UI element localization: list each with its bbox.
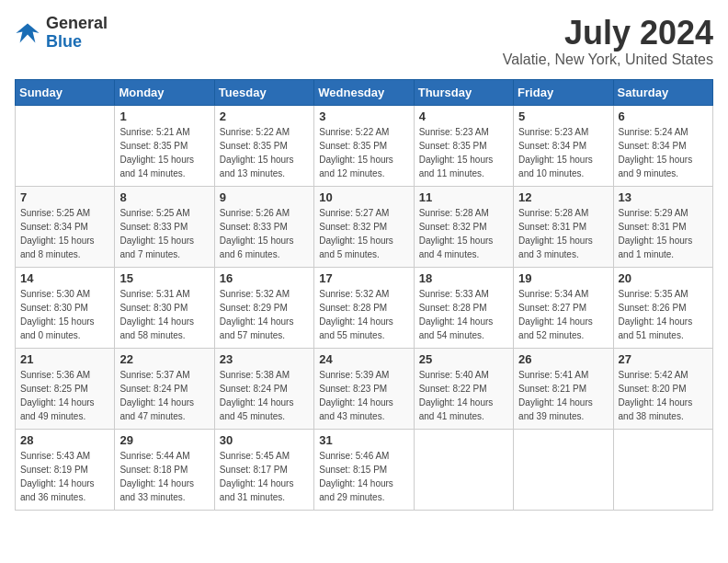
weekday-header-friday: Friday bbox=[514, 79, 613, 105]
day-info: Sunrise: 5:22 AM Sunset: 8:35 PM Dayligh… bbox=[220, 125, 309, 180]
calendar-cell: 8 Sunrise: 5:25 AM Sunset: 8:33 PM Dayli… bbox=[115, 186, 214, 267]
sunrise-text: Sunrise: 5:43 AM bbox=[20, 451, 90, 461]
daylight-text: Daylight: 15 hours and 0 minutes. bbox=[20, 316, 95, 340]
calendar-cell: 16 Sunrise: 5:32 AM Sunset: 8:29 PM Dayl… bbox=[214, 267, 313, 348]
weekday-header-sunday: Sunday bbox=[16, 79, 115, 105]
title-block: July 2024 Valatie, New York, United Stat… bbox=[503, 15, 713, 68]
daylight-text: Daylight: 15 hours and 9 minutes. bbox=[619, 155, 693, 178]
day-number: 28 bbox=[20, 433, 109, 447]
day-info: Sunrise: 5:32 AM Sunset: 8:28 PM Dayligh… bbox=[319, 287, 408, 342]
sunrise-text: Sunrise: 5:22 AM bbox=[319, 127, 389, 137]
day-number: 16 bbox=[220, 271, 309, 285]
day-number: 22 bbox=[119, 352, 209, 366]
day-info: Sunrise: 5:35 AM Sunset: 8:26 PM Dayligh… bbox=[619, 287, 708, 342]
sunrise-text: Sunrise: 5:27 AM bbox=[319, 208, 389, 218]
sunset-text: Sunset: 8:32 PM bbox=[319, 222, 387, 232]
daylight-text: Daylight: 14 hours and 57 minutes. bbox=[220, 316, 294, 340]
calendar-cell: 4 Sunrise: 5:23 AM Sunset: 8:35 PM Dayli… bbox=[414, 105, 513, 186]
day-number: 9 bbox=[220, 190, 309, 204]
sunrise-text: Sunrise: 5:38 AM bbox=[220, 370, 290, 380]
day-info: Sunrise: 5:28 AM Sunset: 8:31 PM Dayligh… bbox=[518, 206, 608, 261]
logo-blue: Blue bbox=[46, 32, 82, 51]
day-info: Sunrise: 5:25 AM Sunset: 8:33 PM Dayligh… bbox=[119, 206, 209, 261]
day-info: Sunrise: 5:22 AM Sunset: 8:35 PM Dayligh… bbox=[319, 125, 408, 180]
sunset-text: Sunset: 8:32 PM bbox=[419, 222, 487, 232]
sunset-text: Sunset: 8:26 PM bbox=[619, 303, 687, 313]
daylight-text: Daylight: 14 hours and 36 minutes. bbox=[20, 478, 95, 502]
calendar-cell bbox=[414, 429, 513, 510]
sunset-text: Sunset: 8:35 PM bbox=[119, 141, 188, 151]
sunrise-text: Sunrise: 5:37 AM bbox=[119, 370, 189, 380]
sunset-text: Sunset: 8:28 PM bbox=[319, 303, 387, 313]
sunset-text: Sunset: 8:27 PM bbox=[518, 303, 586, 313]
logo-text: General Blue bbox=[46, 15, 108, 52]
sunrise-text: Sunrise: 5:33 AM bbox=[419, 289, 489, 299]
weekday-header-row: SundayMondayTuesdayWednesdayThursdayFrid… bbox=[16, 79, 713, 105]
day-number: 12 bbox=[518, 190, 608, 204]
day-info: Sunrise: 5:23 AM Sunset: 8:35 PM Dayligh… bbox=[419, 125, 508, 180]
sunset-text: Sunset: 8:23 PM bbox=[319, 384, 387, 394]
logo: General Blue bbox=[15, 15, 108, 52]
sunset-text: Sunset: 8:15 PM bbox=[319, 465, 387, 475]
calendar-cell: 13 Sunrise: 5:29 AM Sunset: 8:31 PM Dayl… bbox=[613, 186, 712, 267]
sunrise-text: Sunrise: 5:23 AM bbox=[518, 127, 588, 137]
day-info: Sunrise: 5:26 AM Sunset: 8:33 PM Dayligh… bbox=[220, 206, 309, 261]
sunset-text: Sunset: 8:34 PM bbox=[20, 222, 88, 232]
sunrise-text: Sunrise: 5:23 AM bbox=[419, 127, 489, 137]
day-number: 4 bbox=[419, 109, 508, 123]
sunrise-text: Sunrise: 5:24 AM bbox=[619, 127, 688, 137]
logo-general: General bbox=[46, 14, 108, 32]
calendar-cell: 1 Sunrise: 5:21 AM Sunset: 8:35 PM Dayli… bbox=[115, 105, 214, 186]
sunrise-text: Sunrise: 5:28 AM bbox=[518, 208, 588, 218]
day-number: 14 bbox=[20, 271, 109, 285]
sunset-text: Sunset: 8:33 PM bbox=[119, 222, 188, 232]
day-number: 13 bbox=[619, 190, 708, 204]
day-number: 11 bbox=[419, 190, 508, 204]
location-text: Valatie, New York, United States bbox=[503, 52, 713, 68]
calendar-cell: 22 Sunrise: 5:37 AM Sunset: 8:24 PM Dayl… bbox=[115, 348, 214, 429]
weekday-header-tuesday: Tuesday bbox=[214, 79, 313, 105]
sunset-text: Sunset: 8:31 PM bbox=[518, 222, 586, 232]
calendar-cell: 18 Sunrise: 5:33 AM Sunset: 8:28 PM Dayl… bbox=[414, 267, 513, 348]
day-number: 5 bbox=[518, 109, 608, 123]
day-info: Sunrise: 5:25 AM Sunset: 8:34 PM Dayligh… bbox=[20, 206, 109, 261]
daylight-text: Daylight: 14 hours and 39 minutes. bbox=[518, 397, 593, 421]
sunset-text: Sunset: 8:24 PM bbox=[220, 384, 288, 394]
calendar-cell: 5 Sunrise: 5:23 AM Sunset: 8:34 PM Dayli… bbox=[514, 105, 613, 186]
sunrise-text: Sunrise: 5:30 AM bbox=[20, 289, 90, 299]
day-number: 30 bbox=[220, 433, 309, 447]
calendar-cell: 10 Sunrise: 5:27 AM Sunset: 8:32 PM Dayl… bbox=[314, 186, 414, 267]
sunset-text: Sunset: 8:20 PM bbox=[619, 384, 687, 394]
daylight-text: Daylight: 15 hours and 10 minutes. bbox=[518, 155, 593, 178]
daylight-text: Daylight: 14 hours and 52 minutes. bbox=[518, 316, 593, 340]
day-number: 17 bbox=[319, 271, 408, 285]
week-row-4: 21 Sunrise: 5:36 AM Sunset: 8:25 PM Dayl… bbox=[16, 348, 713, 429]
day-number: 7 bbox=[20, 190, 109, 204]
sunrise-text: Sunrise: 5:45 AM bbox=[220, 451, 290, 461]
daylight-text: Daylight: 14 hours and 45 minutes. bbox=[220, 397, 294, 421]
daylight-text: Daylight: 15 hours and 7 minutes. bbox=[119, 236, 194, 259]
calendar-cell: 7 Sunrise: 5:25 AM Sunset: 8:34 PM Dayli… bbox=[16, 186, 115, 267]
day-info: Sunrise: 5:33 AM Sunset: 8:28 PM Dayligh… bbox=[419, 287, 508, 342]
day-info: Sunrise: 5:44 AM Sunset: 8:18 PM Dayligh… bbox=[119, 449, 209, 504]
sunrise-text: Sunrise: 5:25 AM bbox=[20, 208, 90, 218]
calendar-cell bbox=[16, 105, 115, 186]
daylight-text: Daylight: 15 hours and 6 minutes. bbox=[220, 236, 294, 259]
calendar-cell: 28 Sunrise: 5:43 AM Sunset: 8:19 PM Dayl… bbox=[16, 429, 115, 510]
calendar-cell bbox=[514, 429, 613, 510]
month-title: July 2024 bbox=[503, 15, 713, 52]
sunrise-text: Sunrise: 5:35 AM bbox=[619, 289, 688, 299]
sunset-text: Sunset: 8:34 PM bbox=[518, 141, 586, 151]
daylight-text: Daylight: 15 hours and 14 minutes. bbox=[119, 155, 194, 178]
calendar-cell: 21 Sunrise: 5:36 AM Sunset: 8:25 PM Dayl… bbox=[16, 348, 115, 429]
week-row-1: 1 Sunrise: 5:21 AM Sunset: 8:35 PM Dayli… bbox=[16, 105, 713, 186]
svg-marker-0 bbox=[16, 23, 39, 42]
sunset-text: Sunset: 8:28 PM bbox=[419, 303, 487, 313]
sunrise-text: Sunrise: 5:34 AM bbox=[518, 289, 588, 299]
daylight-text: Daylight: 15 hours and 8 minutes. bbox=[20, 236, 95, 259]
sunrise-text: Sunrise: 5:46 AM bbox=[319, 451, 389, 461]
weekday-header-thursday: Thursday bbox=[414, 79, 513, 105]
sunset-text: Sunset: 8:22 PM bbox=[419, 384, 487, 394]
day-info: Sunrise: 5:40 AM Sunset: 8:22 PM Dayligh… bbox=[419, 368, 508, 423]
calendar-cell: 3 Sunrise: 5:22 AM Sunset: 8:35 PM Dayli… bbox=[314, 105, 414, 186]
